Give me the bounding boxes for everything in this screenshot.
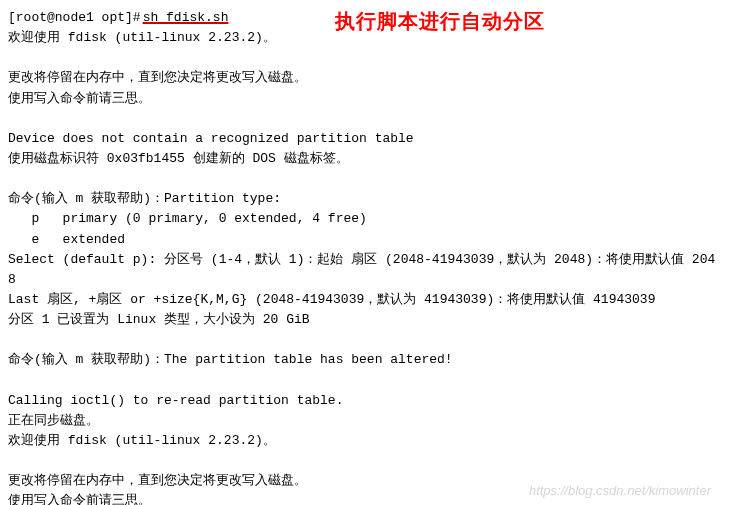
- blank-line: [8, 371, 721, 391]
- output-line: 使用写入命令前请三思。: [8, 491, 721, 505]
- output-line: 欢迎使用 fdisk (util-linux 2.23.2)。: [8, 431, 721, 451]
- output-line: 命令(输入 m 获取帮助)：The partition table has be…: [8, 350, 721, 370]
- output-line: 更改将停留在内存中，直到您决定将更改写入磁盘。: [8, 68, 721, 88]
- output-line: 正在同步磁盘。: [8, 411, 721, 431]
- shell-command: sh fdisk.sh: [143, 8, 229, 28]
- blank-line: [8, 330, 721, 350]
- output-line: e extended: [8, 230, 721, 250]
- blank-line: [8, 169, 721, 189]
- output-line: Device does not contain a recognized par…: [8, 129, 721, 149]
- welcome-line-1: 欢迎使用 fdisk (util-linux 2.23.2)。: [8, 28, 276, 48]
- blank-line: [8, 48, 721, 68]
- output-line: 命令(输入 m 获取帮助)：Partition type:: [8, 189, 721, 209]
- output-line: 分区 1 已设置为 Linux 类型，大小设为 20 GiB: [8, 310, 721, 330]
- output-line: Last 扇区, +扇区 or +size{K,M,G} (2048-41943…: [8, 290, 721, 310]
- output-line: 更改将停留在内存中，直到您决定将更改写入磁盘。: [8, 471, 721, 491]
- blank-line: [8, 451, 721, 471]
- output-line: Calling ioctl() to re-read partition tab…: [8, 391, 721, 411]
- output-line: 使用磁盘标识符 0x03fb1455 创建新的 DOS 磁盘标签。: [8, 149, 721, 169]
- annotation-label: 执行脚本进行自动分区: [335, 6, 545, 37]
- output-line: p primary (0 primary, 0 extended, 4 free…: [8, 209, 721, 229]
- output-line: 使用写入命令前请三思。: [8, 89, 721, 109]
- output-line: Select (default p): 分区号 (1-4，默认 1)：起始 扇区…: [8, 250, 721, 290]
- shell-prompt: [root@node1 opt]#: [8, 8, 141, 28]
- blank-line: [8, 109, 721, 129]
